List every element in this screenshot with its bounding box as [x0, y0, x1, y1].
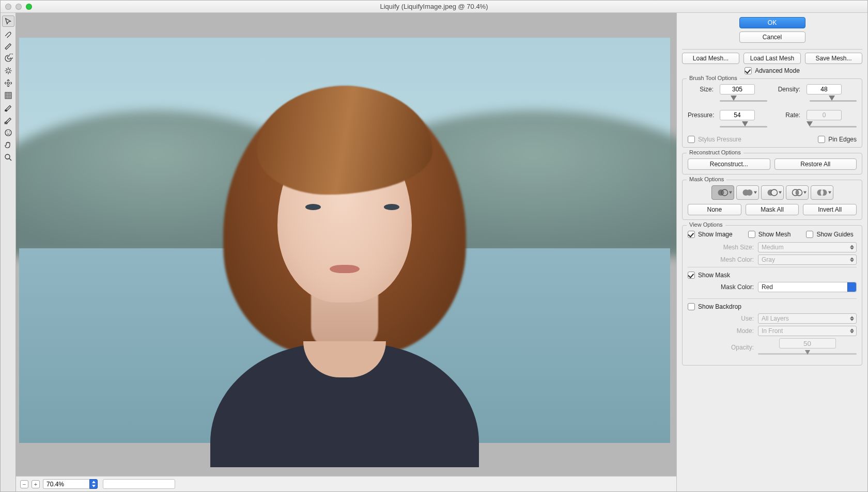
mask-invert-all-button[interactable]: Invert All: [803, 204, 857, 215]
mask-color-select[interactable]: Red: [758, 282, 857, 292]
size-input[interactable]: [720, 84, 755, 94]
opacity-label: Opacity:: [688, 344, 754, 351]
density-slider[interactable]: [810, 97, 857, 105]
use-label: Use:: [688, 315, 754, 322]
rate-label: Rate:: [767, 112, 803, 119]
mask-mode-invert[interactable]: [811, 185, 833, 200]
mask-mode-subtract[interactable]: [761, 185, 784, 200]
show-image-label: Show Image: [698, 231, 733, 238]
pressure-label: Pressure:: [688, 112, 717, 119]
tool-push-left[interactable]: [2, 90, 14, 101]
show-mask-checkbox[interactable]: [688, 272, 695, 279]
canvas-frame[interactable]: [16, 13, 676, 476]
zoom-combo[interactable]: [43, 479, 98, 489]
zoom-bar: − +: [16, 476, 676, 491]
advanced-mode-checkbox[interactable]: [745, 67, 752, 74]
reconstruct-options-group: Reconstruct Options Reconstruct... Resto…: [682, 153, 862, 174]
tool-pucker[interactable]: [2, 65, 14, 76]
minimize-window-icon[interactable]: [16, 4, 22, 10]
svg-point-4: [5, 130, 11, 136]
stylus-pressure-label: Stylus Pressure: [698, 136, 741, 143]
view-group-title: View Options: [687, 221, 725, 228]
ok-button[interactable]: OK: [739, 17, 805, 28]
load-mesh-button[interactable]: Load Mesh...: [682, 53, 739, 64]
zoom-slider[interactable]: [103, 479, 175, 489]
tool-twirl[interactable]: [2, 53, 14, 64]
mesh-size-select: Medium: [758, 242, 857, 252]
mask-all-button[interactable]: Mask All: [746, 204, 799, 215]
use-select: All Layers: [758, 313, 857, 324]
svg-point-8: [718, 189, 724, 196]
opacity-input: [779, 338, 836, 348]
show-backdrop-checkbox[interactable]: [688, 303, 695, 310]
tool-forward-warp[interactable]: [2, 15, 14, 27]
mask-mode-replace[interactable]: [711, 185, 734, 200]
svg-point-16: [796, 190, 799, 195]
opacity-slider: [758, 351, 857, 357]
pin-edges-checkbox[interactable]: [818, 136, 825, 143]
show-mesh-label: Show Mesh: [758, 231, 791, 238]
stylus-pressure-checkbox: [688, 136, 695, 143]
pin-edges-label: Pin Edges: [828, 136, 857, 143]
mask-mode-intersect[interactable]: [786, 185, 809, 200]
options-panel: OK Cancel Load Mesh... Load Last Mesh Sa…: [676, 13, 867, 491]
cancel-button[interactable]: Cancel: [739, 31, 805, 43]
zoom-in-button[interactable]: +: [32, 480, 40, 488]
brush-tool-options-group: Brush Tool Options Size: Density: Pressu…: [682, 78, 862, 148]
advanced-mode-label: Advanced Mode: [755, 67, 800, 74]
pressure-input[interactable]: [720, 110, 755, 120]
zoom-input[interactable]: [43, 479, 89, 489]
mask-color-label: Mask Color:: [688, 283, 754, 291]
size-slider[interactable]: [720, 97, 767, 105]
tool-smooth[interactable]: [2, 40, 14, 52]
tool-bloat[interactable]: [2, 77, 14, 89]
svg-point-0: [7, 82, 9, 85]
mesh-color-select: Gray: [758, 255, 857, 265]
reconstruct-button[interactable]: Reconstruct...: [688, 158, 770, 170]
svg-point-5: [7, 132, 8, 133]
document-image[interactable]: [19, 38, 670, 443]
tool-thaw-mask[interactable]: [2, 115, 14, 126]
pressure-slider[interactable]: [720, 122, 767, 131]
mesh-color-label: Mesh Color:: [688, 256, 754, 263]
zoom-window-icon[interactable]: [26, 4, 32, 10]
tool-hand[interactable]: [2, 139, 14, 151]
tool-zoom[interactable]: [2, 152, 14, 163]
show-guides-label: Show Guides: [816, 231, 853, 238]
mesh-size-label: Mesh Size:: [688, 244, 754, 251]
tool-reconstruct[interactable]: [2, 28, 14, 39]
titlebar: Liquify (LiquifyImage.jpeg @ 70.4%): [1, 1, 867, 13]
load-last-mesh-button[interactable]: Load Last Mesh: [743, 53, 801, 64]
zoom-stepper[interactable]: [89, 479, 98, 489]
show-guides-checkbox[interactable]: [806, 231, 813, 238]
backdrop-mode-select: In Front: [758, 326, 857, 336]
density-input[interactable]: [807, 84, 842, 94]
liquify-window: Liquify (LiquifyImage.jpeg @ 70.4%): [0, 0, 868, 492]
brush-group-title: Brush Tool Options: [687, 75, 740, 81]
save-mesh-button[interactable]: Save Mesh...: [805, 53, 862, 64]
show-image-checkbox[interactable]: [688, 231, 695, 238]
rate-slider: [810, 122, 857, 131]
canvas-area: − +: [16, 13, 676, 491]
reconstruct-group-title: Reconstruct Options: [687, 149, 743, 155]
size-label: Size:: [688, 86, 717, 93]
view-options-group: View Options Show Image Show Mesh Show G…: [682, 225, 862, 366]
svg-point-7: [5, 154, 10, 159]
mask-group-title: Mask Options: [687, 176, 726, 182]
zoom-out-button[interactable]: −: [20, 480, 28, 488]
backdrop-mode-label: Mode:: [688, 327, 754, 335]
density-label: Density:: [767, 86, 803, 93]
svg-rect-2: [5, 110, 7, 112]
show-backdrop-label: Show Backdrop: [698, 303, 741, 310]
svg-point-6: [9, 132, 10, 133]
show-mesh-checkbox[interactable]: [748, 231, 755, 238]
show-mask-label: Show Mask: [698, 272, 730, 279]
close-window-icon[interactable]: [5, 4, 11, 10]
restore-all-button[interactable]: Restore All: [774, 158, 857, 170]
mask-none-button[interactable]: None: [688, 204, 741, 215]
svg-point-19: [820, 190, 824, 195]
tool-face[interactable]: [2, 127, 14, 138]
svg-point-11: [746, 189, 752, 196]
mask-mode-add[interactable]: [736, 185, 759, 200]
tool-freeze-mask[interactable]: [2, 102, 14, 114]
